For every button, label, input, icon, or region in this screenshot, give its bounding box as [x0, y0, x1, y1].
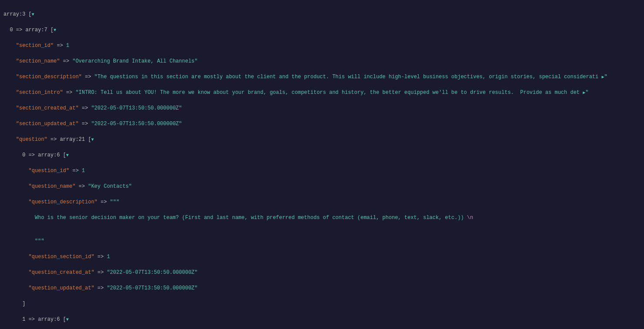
q0-collapse[interactable]: ▼: [66, 153, 69, 158]
array7-collapse[interactable]: ▼: [53, 28, 56, 33]
index-0: 0: [10, 27, 13, 33]
question-array-collapse[interactable]: ▼: [91, 137, 94, 142]
code-output: array:3 [▼ 0 => array:7 [▼ "section_id" …: [0, 0, 644, 329]
root-collapse-icon[interactable]: ▼: [32, 12, 34, 17]
q1-collapse[interactable]: ▼: [66, 317, 69, 322]
root-array-label: array:3 [: [3, 11, 32, 17]
